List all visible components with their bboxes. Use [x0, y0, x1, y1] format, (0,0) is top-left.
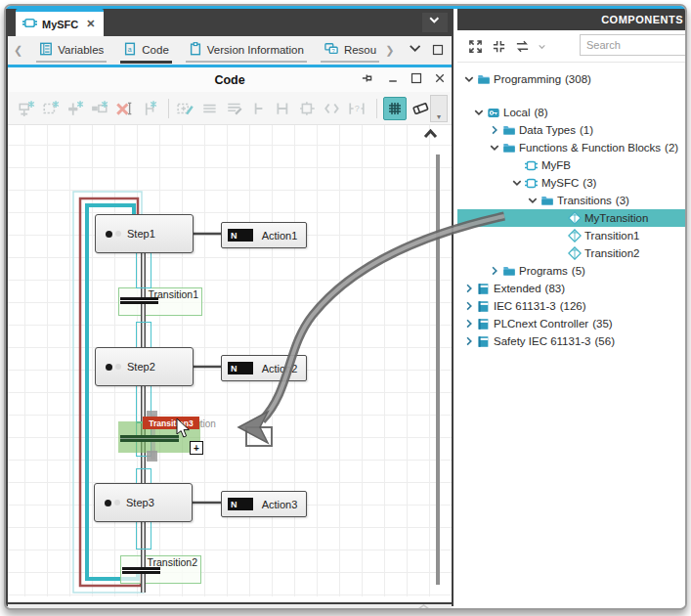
chevron-down-icon[interactable]	[526, 196, 540, 206]
tree-item-safety-iec-61131-3[interactable]: Safety IEC 61131-3(56)	[457, 332, 687, 350]
chevron-right-icon[interactable]	[462, 301, 476, 312]
chevron-up-icon[interactable]	[417, 604, 430, 610]
grid-icon[interactable]	[383, 97, 407, 120]
delete-icon[interactable]	[113, 98, 135, 119]
tree-item-programming[interactable]: Programming(308)	[457, 70, 687, 88]
tree-item-functions-function-blocks[interactable]: Functions & Function Blocks(2)	[457, 139, 687, 156]
step1[interactable]: Step1	[95, 214, 194, 253]
code-window-title-bar: Code	[8, 67, 452, 92]
chevron-right-icon[interactable]	[488, 266, 501, 277]
toolbar-overflow-button[interactable]: ▾	[430, 95, 448, 122]
conditional-jump-icon[interactable]: ?	[346, 98, 367, 119]
sfc-canvas[interactable]: Transition1 Transition2	[8, 125, 452, 596]
chevron-right-icon[interactable]	[462, 284, 476, 294]
drag-copy-cursor: +	[176, 418, 192, 444]
eraser-icon[interactable]	[410, 97, 431, 118]
transition-icon	[567, 246, 582, 260]
code-icon: a	[123, 42, 137, 58]
tree-item-mytransition[interactable]: MyTransition	[457, 209, 687, 227]
expand-all-icon[interactable]	[465, 36, 485, 56]
components-header: COMPONENTS	[457, 9, 687, 30]
insert-transition-icon[interactable]	[65, 98, 86, 119]
maximize-icon[interactable]	[432, 44, 444, 58]
action3-qualifier: N	[228, 498, 253, 510]
fb-icon	[524, 159, 539, 172]
insert-action-icon[interactable]	[89, 98, 110, 119]
toolbar-separator	[376, 99, 377, 118]
tree-item-transitions[interactable]: Transitions(3)	[457, 192, 687, 209]
svg-text:?: ?	[355, 104, 360, 113]
drag-handle-bottom[interactable]	[147, 451, 157, 462]
folder-icon	[501, 142, 516, 154]
fb-icon	[524, 177, 539, 190]
components-title: COMPONENTS	[601, 14, 683, 25]
tree-item-transition1[interactable]: Transition1	[457, 227, 687, 244]
step-marker-dot	[106, 364, 112, 371]
new-transition-bar	[120, 435, 179, 442]
transition2-bar[interactable]	[122, 567, 160, 574]
action2-block[interactable]: N Action2	[221, 355, 307, 381]
jump-icon[interactable]	[322, 98, 343, 119]
tree-item-iec-61131-3[interactable]: IEC 61131-3(126)	[457, 297, 687, 315]
toolbar-separator	[168, 99, 169, 118]
tree-item-data-types[interactable]: Data Types(1)	[457, 121, 687, 139]
svg-text:a: a	[128, 45, 132, 52]
collapse-all-icon[interactable]	[489, 36, 508, 56]
tree-item-transition2[interactable]: Transition2	[457, 244, 687, 262]
chevron-right-icon[interactable]	[488, 125, 501, 136]
double-branch-icon[interactable]	[273, 98, 294, 119]
tab-mysfc-label: MySFC	[42, 19, 78, 30]
tab-version-information[interactable]: Version Information	[186, 38, 307, 63]
window-controls	[362, 71, 446, 85]
parallel-branch-icon[interactable]	[297, 98, 319, 119]
editor-bottom-strip	[8, 604, 452, 610]
book-icon	[476, 283, 491, 295]
vertical-scrollbar[interactable]	[436, 154, 440, 585]
insert-step-transition-icon[interactable]	[16, 98, 37, 119]
action1-block[interactable]: N Action1	[221, 222, 307, 248]
tab-mysfc[interactable]: MySFC ✕	[16, 9, 104, 36]
step2[interactable]: Step2	[95, 347, 194, 386]
align-icon[interactable]	[199, 98, 221, 119]
search-input[interactable]	[580, 34, 687, 56]
sync-icon[interactable]	[512, 36, 532, 56]
chevron-down-icon[interactable]	[462, 74, 476, 85]
tree-item-local[interactable]: Local(8)	[457, 104, 687, 121]
chevron-up-icon[interactable]	[423, 126, 438, 144]
pin-icon[interactable]	[362, 71, 375, 85]
close-icon[interactable]: ✕	[86, 18, 95, 30]
resources-icon: ?	[324, 42, 339, 58]
chevron-right-icon[interactable]	[462, 336, 476, 347]
tab-code[interactable]: aCode	[120, 38, 172, 64]
insert-branch-icon[interactable]	[138, 98, 159, 119]
tree-item-plcnext-controller[interactable]: PLCnext Controller(35)	[457, 315, 687, 332]
tree-item-programs[interactable]: Programs(5)	[457, 262, 687, 280]
copy-plus-icon: +	[190, 441, 203, 455]
minimize-icon[interactable]	[387, 72, 399, 84]
tab-overflow-button[interactable]	[422, 13, 448, 32]
chevron-right-icon[interactable]	[462, 319, 476, 330]
insert-step-icon[interactable]	[40, 98, 62, 119]
chevron-left-icon[interactable]: ❮	[14, 44, 22, 57]
chevron-right-icon[interactable]: ❯	[385, 44, 394, 57]
maximize-icon[interactable]	[410, 72, 422, 84]
comment-icon[interactable]	[224, 98, 245, 119]
chevron-down-icon[interactable]	[410, 43, 422, 58]
chevron-down-icon[interactable]	[488, 143, 501, 154]
edit-icon[interactable]	[175, 98, 196, 119]
chevron-down-icon[interactable]	[472, 108, 486, 118]
chevron-down-icon[interactable]	[510, 178, 524, 189]
close-icon[interactable]	[434, 72, 446, 84]
chevron-down-icon[interactable]	[536, 36, 547, 56]
tree-item-myfb[interactable]: MyFB	[457, 156, 687, 174]
tree-item-extended[interactable]: Extended(83)	[457, 280, 687, 297]
tab-variables[interactable]: Variables	[36, 38, 107, 63]
branch-icon[interactable]	[248, 98, 270, 119]
action3-block[interactable]: N Action3	[221, 491, 307, 517]
subtab-list: VariablesaCodeVersion Information?Resou	[22, 38, 379, 64]
tree-item-mysfc[interactable]: MySFC(3)	[457, 174, 687, 192]
variables-icon	[39, 42, 53, 58]
transition1-bar[interactable]	[120, 297, 158, 304]
tab-resou[interactable]: ?Resou	[321, 38, 379, 63]
step3[interactable]: Step3	[94, 483, 193, 522]
